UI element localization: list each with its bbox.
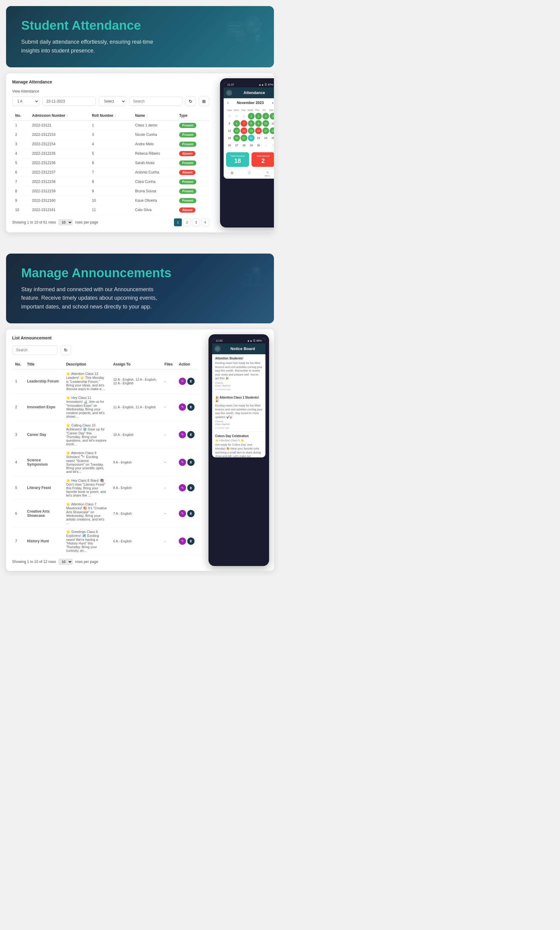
ann-cell-action: ✎ 🗑 [176, 527, 198, 555]
cell-no: 1 [12, 120, 29, 130]
delete-button[interactable]: 🗑 [187, 510, 195, 517]
announcement-table-row: 1 Leadership Forum 🌟 Attention Class 12 … [12, 369, 198, 393]
cal-day: 29 [248, 142, 255, 149]
edit-button[interactable]: ✎ [179, 431, 186, 438]
cal-day: 13 [233, 128, 240, 134]
edit-button[interactable]: ✎ [179, 403, 186, 411]
ann-cell-action: ✎ 🗑 [176, 421, 198, 448]
class-filter-select[interactable]: 1 A [12, 97, 39, 106]
attendance-stats-row: Total Present 18 Total Absent 2 [224, 150, 274, 169]
ann-cell-title: Creative Arts Showcase [24, 500, 63, 527]
ann-cell-files: - [161, 476, 176, 500]
ann-cell-action: ✎ 🗑 [176, 476, 198, 500]
announcements-filter-row: ↻ [12, 345, 198, 355]
nav-attendance[interactable]: 📋 [248, 171, 251, 177]
phone-header-title: Attendance [234, 90, 274, 95]
ann-col-files: Files [161, 360, 176, 369]
attendance-table-row: 3 2022-2312154 4 Andre Melo Present [12, 139, 209, 149]
page-1-btn[interactable]: 1 [174, 219, 182, 226]
cell-type: Present [176, 139, 209, 149]
edit-button[interactable]: ✎ [179, 510, 186, 517]
delete-button[interactable]: 🗑 [187, 378, 195, 385]
absent-badge: Absent [179, 151, 195, 156]
ann-cell-assign: 6 A - English [110, 527, 161, 555]
cell-roll: 11 [89, 205, 132, 214]
attendance-title-highlight: Attendance [72, 18, 141, 32]
svg-rect-12 [256, 39, 258, 39]
cal-day: 3 [262, 113, 269, 120]
col-roll: Roll Number ↕ [89, 111, 132, 120]
attendance-table-row: 6 2022-2312157 7 Antonio Cunha Absent [12, 168, 209, 177]
cell-admission: 2022-2312154 [29, 139, 89, 149]
cal-day: 21 [241, 135, 247, 142]
total-absent-card: Total Absent 2 [252, 152, 274, 167]
cal-day: 23 [255, 135, 262, 142]
edit-button[interactable]: ✎ [179, 378, 186, 385]
notice-item-3: Colors Day Celebration 🌟 Attention Class… [212, 432, 265, 457]
ann-phone-back-btn[interactable]: ← [215, 346, 221, 352]
ann-phone-signal: ▲▲ ☰ 86% [247, 339, 262, 342]
delete-button[interactable]: 🗑 [187, 484, 195, 491]
cal-day: 31 [241, 113, 247, 120]
delete-button[interactable]: 🗑 [187, 403, 195, 411]
delete-button[interactable]: 🗑 [187, 459, 195, 466]
cell-name: Kaue Oliveira [132, 196, 176, 205]
cal-day: 27 [233, 142, 240, 149]
cal-prev-btn[interactable]: ‹ [227, 101, 229, 105]
edit-button[interactable]: ✎ [179, 537, 186, 545]
present-badge: Present [179, 179, 196, 185]
notice-1-title: Attention Students! [215, 357, 262, 360]
attendance-phone-screen: 11:37 ▲▲ ☰ 87% ← Attendance ‹ November 2… [224, 82, 274, 179]
cal-day: 25 [270, 135, 274, 142]
page-3-btn[interactable]: 3 [192, 219, 200, 226]
delete-button[interactable]: 🗑 [187, 537, 195, 545]
col-no: No. [12, 111, 29, 120]
delete-button[interactable]: 🗑 [187, 431, 195, 438]
svg-rect-10 [256, 36, 260, 36]
ann-cell-title: Career Day [24, 421, 63, 448]
ann-cell-description: 🌟 Hey Class 11 Innovators! 🔬 Join us for… [63, 393, 110, 421]
ann-cell-assign: 11 A - English, 11 A - English [110, 393, 161, 421]
ann-cell-files: - [161, 421, 176, 448]
ann-phone-time: 11:52 [216, 339, 223, 342]
cal-day: 1 [248, 113, 255, 120]
announcements-phone-mockup: 11:52 ▲▲ ☰ 86% ← Notice Board Attention … [209, 334, 269, 566]
edit-button[interactable]: ✎ [179, 459, 186, 466]
announcements-refresh-button[interactable]: ↻ [61, 345, 71, 355]
total-present-card: Total Present 18 [226, 152, 249, 167]
cell-type: Present [176, 196, 209, 205]
cal-day-headers: SunMonTueWedThuFriSat [226, 109, 274, 112]
cell-roll: 3 [89, 130, 132, 139]
grid-view-button[interactable]: ⊞ [199, 97, 209, 106]
announcements-title-highlight: Announcements [72, 266, 172, 280]
ann-cell-description: 🌟 Attention Class 9 Scholars! 🔭 Exciting… [63, 448, 110, 476]
cal-next-btn[interactable]: › [272, 101, 273, 105]
announcement-table-row: 5 Literary Feast 🌟 Hey Class 8 Stars! 📚 … [12, 476, 198, 500]
phone-time: 11:37 [227, 83, 234, 86]
rows-per-page-select[interactable]: 10 [58, 219, 73, 225]
ann-cell-title: History Hunt [24, 527, 63, 555]
attendance-table-row: 5 2022-2312156 6 Sarah Alves Present [12, 158, 209, 168]
announcements-search-input[interactable] [12, 345, 58, 354]
search-input[interactable] [129, 97, 183, 106]
date-filter-input[interactable] [42, 97, 96, 106]
page-2-btn[interactable]: 2 [183, 219, 191, 226]
announcements-title-plain: Manage [21, 266, 69, 280]
ann-cell-action: ✎ 🗑 [176, 448, 198, 476]
nav-menu[interactable]: ☰ Menu [265, 171, 270, 177]
announcements-hero: Manage Announcements Stay informed and c… [6, 254, 274, 323]
notice-1-text: Exciting news! Get ready for fun-filled … [215, 361, 262, 380]
page-4-btn[interactable]: 4 [201, 219, 209, 226]
notice-item-2: 🎉 Attention Class 1 Students! 🎉 Exciting… [212, 393, 265, 432]
nav-home[interactable]: 🏠 [231, 171, 234, 177]
type-filter-select[interactable]: Select [99, 97, 126, 106]
attendance-hero: Student Attendance Submit daily attendan… [6, 6, 274, 67]
cal-day: 2 [255, 113, 262, 120]
edit-button[interactable]: ✎ [179, 484, 186, 491]
ann-cell-no: 4 [12, 448, 24, 476]
refresh-button[interactable]: ↻ [186, 97, 196, 106]
svg-text:📢: 📢 [254, 268, 259, 273]
ann-rows-per-page-select[interactable]: 10 [58, 559, 73, 565]
ann-cell-files: - [161, 369, 176, 393]
phone-back-btn[interactable]: ← [226, 90, 232, 96]
